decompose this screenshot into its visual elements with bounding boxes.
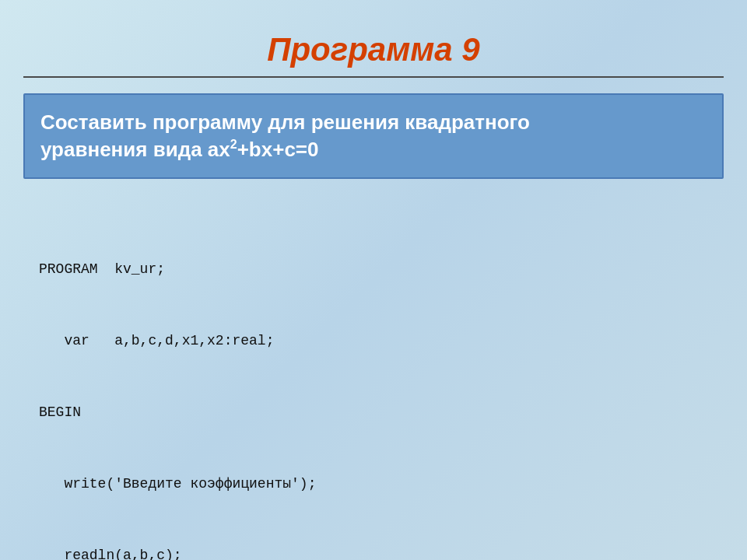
code-line-1: PROGRAM kv_ur; — [39, 257, 708, 282]
page-container: Программа 9 Составить программу для реше… — [23, 16, 724, 560]
task-line2-part1: уравнения вида ax — [40, 138, 230, 161]
task-line2-part2: +bx+c=0 — [237, 138, 319, 161]
task-box: Составить программу для решения квадратн… — [23, 93, 724, 179]
code-line-5: readln(a,b,c); — [39, 544, 708, 561]
task-line1: Составить программу для решения квадратн… — [40, 110, 530, 134]
code-line-2: var a,b,c,d,x1,x2:real; — [39, 329, 708, 353]
page-title: Программа 9 — [23, 31, 724, 68]
code-line-3: BEGIN — [39, 401, 708, 425]
task-text: Составить программу для решения квадратн… — [40, 109, 707, 163]
title-section: Программа 9 — [23, 16, 724, 78]
code-line-4: write('Введите коэффициенты'); — [39, 472, 708, 496]
task-superscript: 2 — [230, 138, 237, 151]
code-block: PROGRAM kv_ur; var a,b,c,d,x1,x2:real; B… — [39, 210, 708, 560]
code-section: PROGRAM kv_ur; var a,b,c,d,x1,x2:real; B… — [23, 202, 724, 560]
